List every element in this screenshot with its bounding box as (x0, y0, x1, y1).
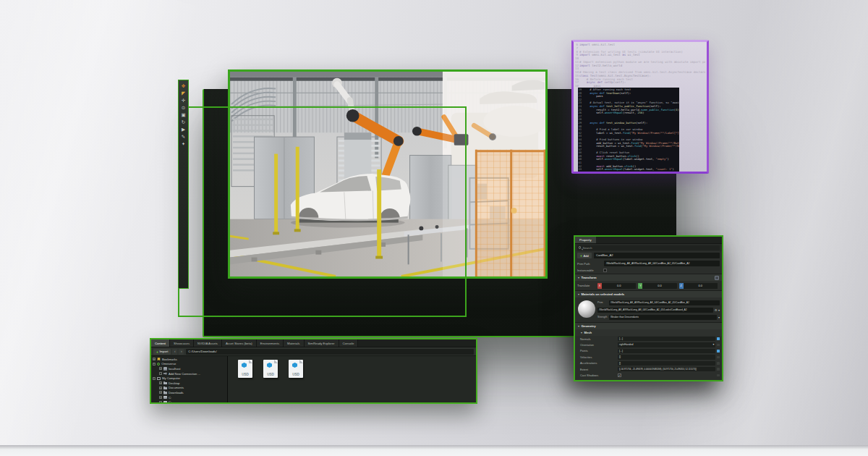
prim-path-field[interactable]: /World/RackLong_A8_A9/RackLong_A8_04/Car… (604, 261, 720, 266)
checkbox[interactable]: ✓ (618, 373, 621, 377)
material-path-field[interactable]: /World/RackLong_A8_A9/RackLong_A8_04/Car… (597, 308, 713, 313)
prim-name-field[interactable]: CardBox_A2 (594, 253, 720, 258)
select-cursor-icon[interactable]: ◤ (179, 90, 187, 97)
search-input[interactable]: Search (577, 245, 720, 250)
content-browser-tab[interactable]: Materials (284, 339, 304, 347)
tree-item[interactable]: + Bookmarks (151, 357, 227, 362)
content-browser-tab[interactable]: SimReady Explorer (305, 339, 339, 347)
forward-button[interactable]: › (179, 349, 184, 355)
tree-item[interactable]: + Desktop (151, 381, 227, 386)
background-floor-band (0, 445, 868, 456)
property-row: Extent [(-34.971756, -25.496378, 0.00000… (575, 366, 722, 372)
property-row-state-icon[interactable] (717, 374, 720, 377)
material-prim-field[interactable]: /World/RackLong_A8_A9/RackLong_A8_04/Car… (609, 300, 720, 305)
content-browser-tab[interactable]: Console (339, 339, 359, 347)
property-row-value[interactable]: ▾ (621, 373, 716, 377)
content-browser-tab[interactable]: Asset Stores (beta) (222, 339, 257, 347)
transform-options-icon[interactable] (715, 276, 719, 280)
add-button[interactable]: + Add (577, 253, 592, 258)
property-row-value[interactable]: [] ▾ (618, 361, 715, 366)
axis-value[interactable]: 0.0 (642, 283, 676, 289)
property-row-value[interactable]: rightHanded ▾ (618, 342, 715, 347)
property-row-state-icon[interactable] (717, 344, 720, 347)
import-button[interactable]: + Import (153, 349, 171, 355)
plus-icon: + (580, 253, 582, 258)
transform-section-header[interactable]: ▾ Transform (575, 274, 722, 281)
tree-item[interactable]: Add New Connection ... (151, 371, 227, 376)
mesh-section-header[interactable]: ▾ Mesh (575, 329, 722, 336)
materials-section-header[interactable]: ▾ Materials on selected models (575, 290, 722, 297)
axis-value[interactable]: 0.0 (602, 283, 636, 289)
property-row-state-icon[interactable] (717, 368, 720, 371)
tree-item-label: Add New Connection ... (169, 372, 200, 376)
tree-item[interactable]: − Omniverse (151, 362, 227, 367)
code-editor-dark-region[interactable]: 19 # After running each test 20 async de… (578, 88, 679, 172)
tree-expander-icon[interactable]: + (159, 367, 162, 370)
usd-cube-icon (267, 363, 272, 368)
usd-file-item[interactable]: USD (289, 360, 303, 378)
tree-expander-icon[interactable] (159, 372, 162, 375)
back-button[interactable]: ‹ (172, 349, 177, 355)
content-browser-tab[interactable]: NVIDIA Assets (194, 339, 222, 347)
tree-item-label: Documents (169, 386, 184, 389)
tree-item-label: Downloads (169, 391, 184, 394)
tree-item[interactable]: + Downloads (151, 390, 227, 395)
tree-item[interactable]: + C: (151, 395, 227, 400)
tab-property[interactable]: Property (575, 237, 596, 243)
axis-value[interactable]: 0.0 (684, 283, 718, 289)
usd-file-item[interactable]: USD (263, 360, 278, 378)
translate-axis-field[interactable]: Y 0.0 (638, 283, 676, 289)
gear-icon[interactable]: ⚙ (715, 308, 718, 312)
property-row-value[interactable]: [] ▾ (618, 355, 715, 359)
draw-tool-icon[interactable]: ✎ (179, 133, 187, 140)
rotate-tool-icon[interactable]: ↻ (179, 119, 187, 126)
zoom-tool-icon[interactable]: ⊙ (179, 104, 187, 111)
property-row-value[interactable]: [...] ▾ (618, 349, 715, 353)
usd-cube-icon (292, 363, 297, 368)
tree-expander-icon[interactable]: + (159, 391, 162, 394)
property-row-label: Accelerations (580, 361, 618, 365)
property-row-state-icon[interactable] (717, 337, 720, 340)
caret-down-icon: ▾ (578, 324, 579, 328)
marquee-select-icon[interactable]: ▣ (179, 111, 187, 119)
tree-expander-icon[interactable]: + (159, 401, 162, 404)
tree-expander-icon[interactable]: + (153, 358, 156, 360)
strength-dropdown[interactable]: Weaker than Descendants (609, 315, 717, 320)
code-line: 43 self.assertEqual(label.widget.text, "… (578, 168, 679, 172)
property-row-state-icon[interactable] (717, 350, 720, 352)
content-browser-tab[interactable]: Showcases (170, 339, 194, 347)
tree-expander-icon[interactable]: + (159, 387, 162, 389)
play-icon[interactable]: ▶ (179, 126, 187, 133)
material-prim-label: Prim (597, 301, 609, 304)
code-editor-panel[interactable]: 6 import omni.kit.test 7 8 # Extension f… (571, 40, 709, 174)
viewport-3d-scene[interactable] (228, 69, 548, 279)
path-input[interactable]: C:/Users/Downloads/ (186, 349, 474, 355)
tree-expander-icon[interactable]: + (159, 396, 162, 399)
translate-axis-field[interactable]: Z 0.0 (679, 283, 718, 289)
usd-file-type-label: USD (289, 373, 303, 376)
pan-tool-icon[interactable]: ✛ (179, 97, 187, 104)
property-row-value[interactable]: [(-34.971756, -25.496378, 0.000001948326… (618, 367, 715, 371)
property-row-state-icon[interactable] (717, 356, 720, 359)
snap-tool-icon[interactable]: ✦ (179, 140, 187, 148)
tree-expander-icon[interactable]: + (159, 381, 162, 384)
tree-item[interactable]: − My Computer (151, 376, 227, 381)
usd-file-item[interactable]: USD (238, 360, 252, 378)
geometry-section-header[interactable]: ▾ Geometry (575, 322, 722, 329)
tree-expander-icon[interactable]: − (153, 377, 156, 380)
tree-item[interactable]: + C: (151, 400, 227, 404)
instanceable-checkbox[interactable] (603, 269, 607, 272)
translate-axis-field[interactable]: X 0.0 (597, 283, 636, 289)
chevron-down-icon[interactable]: ▾ (718, 308, 720, 312)
property-row-state-icon[interactable] (717, 362, 720, 365)
tree-item[interactable]: + localhost (151, 366, 227, 371)
search-icon (579, 246, 581, 248)
content-browser-tab[interactable]: Environments (257, 339, 284, 347)
tree-item[interactable]: + Documents (151, 386, 227, 391)
chevron-down-icon[interactable]: ▾ (718, 316, 720, 319)
move-tool-icon[interactable]: ✥ (179, 83, 187, 90)
tree-expander-icon[interactable]: − (153, 363, 156, 366)
property-row-value[interactable]: [...] ▾ (618, 337, 715, 341)
content-browser-tab[interactable]: Content (151, 339, 170, 347)
usd-cube-icon (242, 363, 247, 368)
